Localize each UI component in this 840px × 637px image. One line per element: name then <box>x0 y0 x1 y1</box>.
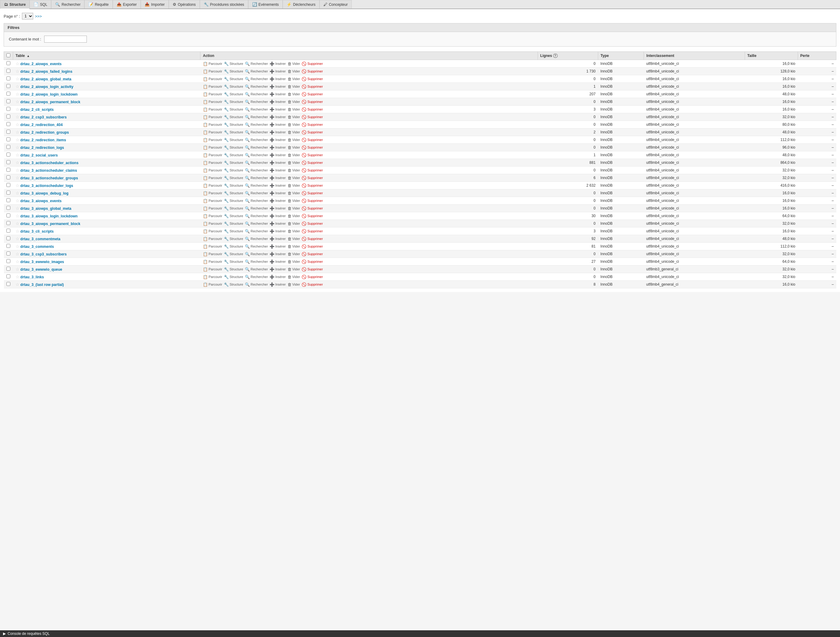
action-inserer-3[interactable]: ➕ Insérer <box>270 84 286 89</box>
table-name-link-24[interactable]: drtau_3_comments <box>21 244 54 249</box>
action-inserer-12[interactable]: ➕ Insérer <box>270 153 286 158</box>
row-checkbox-13[interactable] <box>6 160 10 164</box>
action-rechercher-21[interactable]: 🔍 Rechercher <box>245 221 268 226</box>
action-supprimer-22[interactable]: 🚫 Supprimer <box>302 229 323 233</box>
action-parcourir-9[interactable]: 📋 Parcourir <box>203 130 222 135</box>
action-rechercher-8[interactable]: 🔍 Rechercher <box>245 122 268 127</box>
action-parcourir-4[interactable]: 📋 Parcourir <box>203 92 222 96</box>
row-checkbox-3[interactable] <box>6 84 10 88</box>
row-checkbox-4[interactable] <box>6 91 10 96</box>
row-checkbox-5[interactable] <box>6 99 10 103</box>
nav-tab-declencheurs[interactable]: ⚡Déclencheurs <box>283 0 319 8</box>
action-inserer-17[interactable]: ➕ Insérer <box>270 191 286 196</box>
action-inserer-26[interactable]: ➕ Insérer <box>270 259 286 264</box>
action-supprimer-3[interactable]: 🚫 Supprimer <box>302 84 323 89</box>
action-structure-25[interactable]: 🔧 Structure <box>224 252 243 256</box>
row-checkbox-20[interactable] <box>6 213 10 218</box>
table-name-link-1[interactable]: drtau_2_aiowps_failed_logins <box>21 69 73 74</box>
table-name-link-11[interactable]: drtau_2_redirection_logs <box>21 145 64 150</box>
action-rechercher-4[interactable]: 🔍 Rechercher <box>245 92 268 96</box>
action-structure-5[interactable]: 🔧 Structure <box>224 99 243 104</box>
action-parcourir-26[interactable]: 📋 Parcourir <box>203 259 222 264</box>
action-parcourir-22[interactable]: 📋 Parcourir <box>203 229 222 233</box>
table-name-link-17[interactable]: drtau_3_aiowps_debug_log <box>21 191 68 196</box>
action-vider-11[interactable]: 🗑 Vider <box>287 145 300 150</box>
row-checkbox-9[interactable] <box>6 130 10 134</box>
star-icon-23[interactable]: ☆ <box>16 236 19 241</box>
action-parcourir-18[interactable]: 📋 Parcourir <box>203 199 222 203</box>
row-checkbox-28[interactable] <box>6 274 10 278</box>
action-inserer-18[interactable]: ➕ Insérer <box>270 199 286 203</box>
action-rechercher-26[interactable]: 🔍 Rechercher <box>245 259 268 264</box>
action-parcourir-27[interactable]: 📋 Parcourir <box>203 267 222 271</box>
action-structure-7[interactable]: 🔧 Structure <box>224 115 243 119</box>
action-structure-2[interactable]: 🔧 Structure <box>224 77 243 81</box>
action-vider-15[interactable]: 🗑 Vider <box>287 176 300 180</box>
action-inserer-22[interactable]: ➕ Insérer <box>270 229 286 233</box>
action-supprimer-6[interactable]: 🚫 Supprimer <box>302 107 323 112</box>
action-parcourir-5[interactable]: 📋 Parcourir <box>203 99 222 104</box>
star-icon-5[interactable]: ☆ <box>16 99 19 104</box>
action-structure-21[interactable]: 🔧 Structure <box>224 221 243 226</box>
nav-tab-evenements[interactable]: 🔄Evénements <box>248 0 283 8</box>
row-checkbox-26[interactable] <box>6 259 10 263</box>
action-supprimer-12[interactable]: 🚫 Supprimer <box>302 153 323 158</box>
table-name-link-14[interactable]: drtau_3_actionscheduler_claims <box>21 169 77 173</box>
action-supprimer-10[interactable]: 🚫 Supprimer <box>302 138 323 142</box>
star-icon-4[interactable]: ☆ <box>16 91 19 96</box>
action-structure-14[interactable]: 🔧 Structure <box>224 168 243 173</box>
row-checkbox-8[interactable] <box>6 122 10 126</box>
star-icon-26[interactable]: ☆ <box>16 259 19 264</box>
action-structure-4[interactable]: 🔧 Structure <box>224 92 243 96</box>
action-parcourir-3[interactable]: 📋 Parcourir <box>203 84 222 89</box>
action-structure-16[interactable]: 🔧 Structure <box>224 183 243 188</box>
action-supprimer-25[interactable]: 🚫 Supprimer <box>302 252 323 256</box>
table-name-link-6[interactable]: drtau_2_cli_scripts <box>21 107 54 112</box>
action-inserer-10[interactable]: ➕ Insérer <box>270 138 286 142</box>
action-parcourir-15[interactable]: 📋 Parcourir <box>203 176 222 180</box>
action-structure-28[interactable]: 🔧 Structure <box>224 274 243 279</box>
action-inserer-27[interactable]: ➕ Insérer <box>270 267 286 271</box>
star-icon-1[interactable]: ☆ <box>16 69 19 74</box>
action-rechercher-15[interactable]: 🔍 Rechercher <box>245 176 268 180</box>
action-structure-8[interactable]: 🔧 Structure <box>224 122 243 127</box>
action-supprimer-8[interactable]: 🚫 Supprimer <box>302 122 323 127</box>
star-icon-17[interactable]: ☆ <box>16 191 19 196</box>
action-vider-20[interactable]: 🗑 Vider <box>287 214 300 218</box>
action-inserer-6[interactable]: ➕ Insérer <box>270 107 286 112</box>
action-inserer-24[interactable]: ➕ Insérer <box>270 244 286 249</box>
action-parcourir-14[interactable]: 📋 Parcourir <box>203 168 222 173</box>
action-inserer-16[interactable]: ➕ Insérer <box>270 183 286 188</box>
star-icon-14[interactable]: ☆ <box>16 168 19 173</box>
action-structure-24[interactable]: 🔧 Structure <box>224 244 243 249</box>
star-icon-20[interactable]: ☆ <box>16 213 19 218</box>
action-parcourir-17[interactable]: 📋 Parcourir <box>203 191 222 196</box>
action-rechercher-19[interactable]: 🔍 Rechercher <box>245 206 268 211</box>
row-checkbox-22[interactable] <box>6 229 10 233</box>
action-parcourir-20[interactable]: 📋 Parcourir <box>203 214 222 218</box>
nav-tab-requete[interactable]: 📝Requête <box>84 0 112 8</box>
table-name-link-22[interactable]: drtau_3_cli_scripts <box>21 229 54 233</box>
action-supprimer-18[interactable]: 🚫 Supprimer <box>302 199 323 203</box>
row-checkbox-14[interactable] <box>6 168 10 172</box>
row-checkbox-24[interactable] <box>6 244 10 248</box>
table-name-link-12[interactable]: drtau_2_social_users <box>21 153 58 158</box>
action-inserer-21[interactable]: ➕ Insérer <box>270 221 286 226</box>
action-vider-2[interactable]: 🗑 Vider <box>287 77 300 81</box>
action-parcourir-10[interactable]: 📋 Parcourir <box>203 138 222 142</box>
table-name-link-20[interactable]: drtau_3_aiowps_login_lockdown <box>21 214 78 218</box>
row-checkbox-15[interactable] <box>6 175 10 179</box>
action-vider-25[interactable]: 🗑 Vider <box>287 252 300 256</box>
action-vider-6[interactable]: 🗑 Vider <box>287 107 300 112</box>
action-rechercher-22[interactable]: 🔍 Rechercher <box>245 229 268 233</box>
action-inserer-2[interactable]: ➕ Insérer <box>270 77 286 81</box>
nav-tab-operations[interactable]: ⚙Opérations <box>169 0 200 8</box>
action-inserer-5[interactable]: ➕ Insérer <box>270 99 286 104</box>
star-icon-7[interactable]: ☆ <box>16 115 19 119</box>
action-structure-23[interactable]: 🔧 Structure <box>224 237 243 241</box>
star-icon-25[interactable]: ☆ <box>16 252 19 256</box>
action-rechercher-16[interactable]: 🔍 Rechercher <box>245 183 268 188</box>
action-vider-0[interactable]: 🗑 Vider <box>287 61 300 66</box>
table-name-link-23[interactable]: drtau_3_commentmeta <box>21 237 60 241</box>
action-parcourir-24[interactable]: 📋 Parcourir <box>203 244 222 249</box>
